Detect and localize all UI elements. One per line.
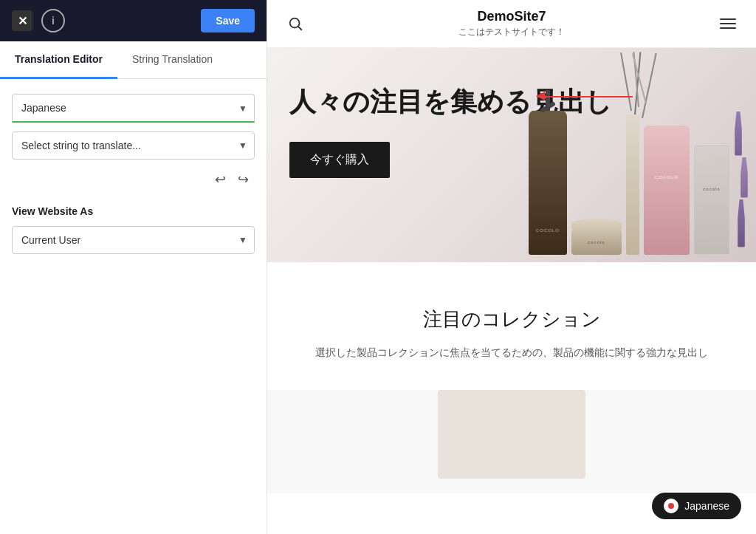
language-selector-wrapper: Japanese ▼	[12, 94, 255, 123]
undo-button[interactable]: ↩	[212, 168, 229, 191]
middle-section: 注目のコレクション 選択した製品コレクションに焦点を当てるための、製品の機能に関…	[267, 262, 756, 390]
japanese-flag-icon	[664, 499, 678, 513]
cocolo-label-jar: cocolo	[588, 240, 605, 244]
section-subtext: 選択した製品コレクションに焦点を当てるための、製品の機能に関する強力な見出し	[282, 344, 741, 360]
website-header: DemoSite7 ここはテストサイトです！	[267, 0, 756, 48]
arrow-controls: ↩ ↪	[12, 168, 255, 191]
tab-translation-editor[interactable]: Translation Editor	[0, 41, 117, 79]
save-button[interactable]: Save	[201, 9, 255, 32]
language-badge-label: Japanese	[684, 500, 729, 512]
product-glass-bottle: cocolo	[694, 146, 729, 255]
view-as-select[interactable]: Current User	[12, 226, 255, 254]
info-button[interactable]: i	[41, 9, 65, 32]
site-title-block: DemoSite7 ここはテストサイトです！	[309, 9, 715, 38]
product-card-placeholder	[438, 390, 585, 479]
flag-dot	[668, 503, 674, 509]
cocolo-label-pump: COCOLO	[536, 228, 560, 233]
product-pink-bottle: COCOLO	[644, 126, 690, 255]
hamburger-line-1	[720, 18, 736, 20]
hamburger-line-3	[720, 27, 736, 29]
string-selector-wrapper: Select string to translate... ▼	[12, 131, 255, 160]
hamburger-button[interactable]	[715, 10, 741, 37]
product-bottles-group: COCOLO cocolo	[529, 111, 756, 262]
svg-line-1	[298, 27, 301, 30]
product-grid-section	[267, 390, 756, 493]
search-button[interactable]	[282, 10, 309, 37]
top-bar: ✕ i Save	[0, 0, 267, 41]
language-select[interactable]: Japanese	[12, 94, 255, 123]
redo-button[interactable]: ↪	[235, 168, 252, 191]
product-pump-bottle: COCOLO	[529, 111, 567, 255]
hero-section: 人々の注目を集める見出し 今すぐ購入 COCOLO cocolo	[267, 48, 756, 262]
hamburger-line-2	[720, 23, 736, 24]
tab-string-translation[interactable]: String Translation	[117, 41, 227, 79]
view-as-selector-wrapper: Current User ▼	[12, 226, 255, 254]
website-preview: DemoSite7 ここはテストサイトです！ 人々の注目を集める見出し 今すぐ購…	[267, 0, 756, 534]
cocolo-label-pink: COCOLO	[655, 175, 678, 179]
language-badge[interactable]: Japanese	[652, 493, 741, 519]
search-icon	[287, 16, 303, 32]
string-select[interactable]: Select string to translate...	[12, 131, 255, 160]
svg-point-0	[290, 18, 300, 28]
product-jar: cocolo	[571, 229, 622, 255]
left-panel: ✕ i Save Translation Editor String Trans…	[0, 0, 267, 534]
hero-cta-button[interactable]: 今すぐ購入	[289, 142, 390, 178]
panel-content: Japanese ▼ Select string to translate...…	[0, 79, 267, 269]
product-reed-bottle	[626, 114, 639, 255]
lavender-decoration	[734, 112, 749, 247]
hero-products: COCOLO cocolo	[487, 48, 756, 262]
site-name: DemoSite7	[309, 9, 715, 24]
cocolo-label-glass: cocolo	[703, 187, 720, 191]
view-website-as-label: View Website As	[12, 205, 255, 217]
close-button[interactable]: ✕	[12, 10, 32, 31]
site-subtitle: ここはテストサイトです！	[309, 26, 715, 38]
section-heading: 注目のコレクション	[282, 307, 741, 332]
tab-bar: Translation Editor String Translation	[0, 41, 267, 79]
red-arrow-icon	[537, 96, 633, 97]
arrow-indicator	[537, 96, 633, 97]
